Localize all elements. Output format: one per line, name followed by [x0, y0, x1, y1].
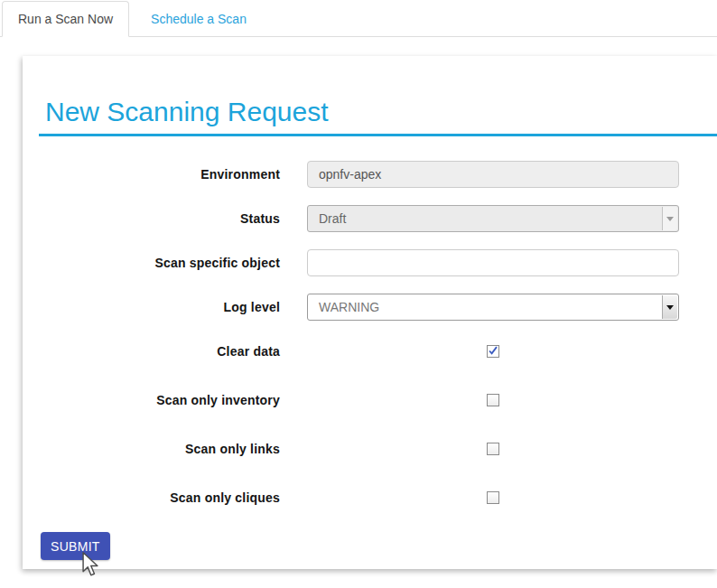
environment-label: Environment: [23, 167, 280, 182]
form-row-status: Status Draft: [23, 205, 717, 232]
scan-only-links-checkbox[interactable]: [487, 443, 499, 455]
scan-specific-object-label: Scan specific object: [23, 256, 280, 270]
log-level-select-arrow-button[interactable]: [662, 295, 677, 319]
form-row-environment: Environment: [23, 161, 717, 188]
tab-run-a-scan-now[interactable]: Run a Scan Now: [2, 1, 129, 37]
status-label: Status: [23, 211, 280, 226]
log-level-selected-value: WARNING: [319, 300, 379, 314]
form-row-log-level: Log level WARNING: [23, 294, 717, 321]
checkmark-icon: [488, 345, 498, 357]
scan-only-links-label: Scan only links: [23, 442, 280, 456]
form-row-clear-data: Clear data: [23, 338, 717, 365]
form-row-scan-only-links: Scan only links: [23, 435, 717, 462]
status-select-arrow-button: [662, 207, 677, 230]
status-selected-value: Draft: [319, 211, 346, 226]
clear-data-checkbox[interactable]: [487, 345, 499, 358]
caret-down-icon: [666, 305, 674, 310]
scan-request-form: Environment Status Draft Scan specific o…: [23, 161, 717, 511]
log-level-select[interactable]: WARNING: [307, 294, 679, 321]
tab-bar: Run a Scan Now Schedule a Scan: [0, 0, 717, 37]
page-title: New Scanning Request: [39, 96, 717, 128]
log-level-label: Log level: [23, 300, 280, 314]
tab-schedule-a-scan[interactable]: Schedule a Scan: [135, 2, 263, 36]
scan-only-inventory-checkbox[interactable]: [487, 394, 499, 406]
form-row-scan-specific-object: Scan specific object: [23, 249, 717, 276]
form-row-scan-only-cliques: Scan only cliques: [23, 484, 717, 511]
scan-only-cliques-checkbox[interactable]: [487, 491, 499, 504]
environment-input[interactable]: [307, 161, 679, 188]
title-underline: [39, 134, 717, 136]
status-select[interactable]: Draft: [307, 205, 679, 232]
clear-data-label: Clear data: [23, 344, 280, 359]
caret-down-icon: [666, 217, 674, 221]
scan-request-panel: New Scanning Request Environment Status …: [23, 56, 717, 569]
scan-specific-object-input[interactable]: [307, 249, 679, 276]
scan-only-cliques-label: Scan only cliques: [23, 490, 280, 505]
scan-only-inventory-label: Scan only inventory: [23, 393, 280, 407]
submit-button[interactable]: SUBMIT: [41, 532, 110, 560]
form-row-scan-only-inventory: Scan only inventory: [23, 387, 717, 414]
